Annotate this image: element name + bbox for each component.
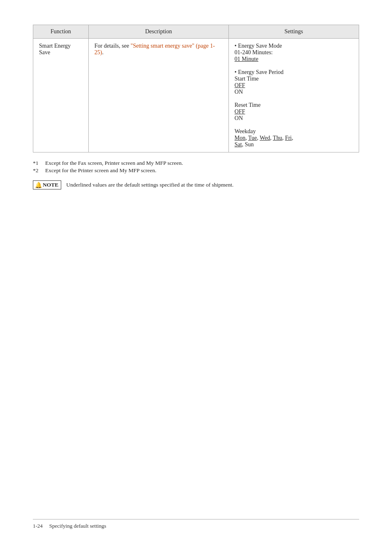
description-prefix: For details, see: [95, 43, 131, 49]
note-text: Underlined values are the default settin…: [66, 180, 233, 189]
settings-detail-2c-on: ON: [235, 89, 243, 95]
header-settings: Settings: [228, 25, 359, 39]
settings-weekday-mon: Mon: [235, 135, 245, 141]
cell-description: For details, see "Setting smart energy s…: [88, 39, 228, 152]
footer-page-number: 1-24: [33, 523, 43, 529]
note-label: 🔔 NOTE: [33, 180, 61, 189]
settings-group-4: Weekday Mon, Tue, Wed, Thu, Fri, Sat, Su…: [235, 128, 353, 148]
page: Function Description Settings Smart Ener…: [0, 0, 392, 554]
table-row: Smart Energy Save For details, see "Sett…: [33, 39, 359, 152]
settings-detail-2b-off: OFF: [235, 82, 245, 88]
settings-group-2: • Energy Save Period Start Time OFF ON: [235, 69, 353, 95]
settings-weekday-sat: Sat: [235, 141, 242, 148]
main-content: Function Description Settings Smart Ener…: [33, 25, 359, 519]
settings-weekday-sun: Sun: [245, 141, 254, 148]
settings-weekday-fri: Fri: [285, 135, 292, 141]
note-label-text: NOTE: [43, 182, 58, 188]
footer-description: Specifying default settings: [49, 523, 106, 529]
settings-group-1: • Energy Save Mode 01-240 Minutes: 01 Mi…: [235, 43, 353, 62]
footnote-1: *1 Except for the Fax screen, Printer sc…: [33, 160, 359, 166]
cell-settings: • Energy Save Mode 01-240 Minutes: 01 Mi…: [228, 39, 359, 152]
footnote-1-text: Except for the Fax screen, Printer scree…: [45, 160, 183, 166]
header-function: Function: [33, 25, 89, 39]
footnote-2-text: Except for the Printer screen and My MFP…: [45, 167, 157, 174]
cell-function: Smart Energy Save: [33, 39, 89, 152]
note-icon: 🔔: [35, 182, 42, 189]
settings-label-3: Reset Time: [235, 102, 261, 108]
settings-detail-1b: 01 Minute: [235, 56, 258, 62]
settings-label-4: Weekday: [235, 128, 256, 134]
footnote-2-num: *2: [33, 167, 45, 174]
settings-weekday-wed: Wed: [260, 135, 270, 141]
description-suffix: .: [102, 49, 104, 55]
note-box: 🔔 NOTE Underlined values are the default…: [33, 180, 359, 189]
settings-detail-1a: 01-240 Minutes:: [235, 49, 273, 55]
settings-bullet-2: • Energy Save Period: [235, 69, 353, 76]
settings-detail-3b-on: ON: [235, 115, 243, 121]
settings-table: Function Description Settings Smart Ener…: [33, 25, 359, 152]
settings-detail-3a-off: OFF: [235, 108, 245, 115]
settings-weekday-tue: Tue: [248, 135, 257, 141]
settings-bullet-1: • Energy Save Mode: [235, 43, 353, 49]
settings-detail-2a: Start Time: [235, 76, 259, 82]
settings-group-3: Reset Time OFF ON: [235, 102, 353, 122]
footnotes: *1 Except for the Fax screen, Printer sc…: [33, 160, 359, 174]
settings-weekday-thu: Thu: [273, 135, 282, 141]
footnote-2: *2 Except for the Printer screen and My …: [33, 167, 359, 174]
function-label: Smart Energy Save: [39, 43, 71, 55]
header-description: Description: [88, 25, 228, 39]
page-footer: 1-24 Specifying default settings: [33, 519, 359, 529]
footnote-1-num: *1: [33, 160, 45, 166]
